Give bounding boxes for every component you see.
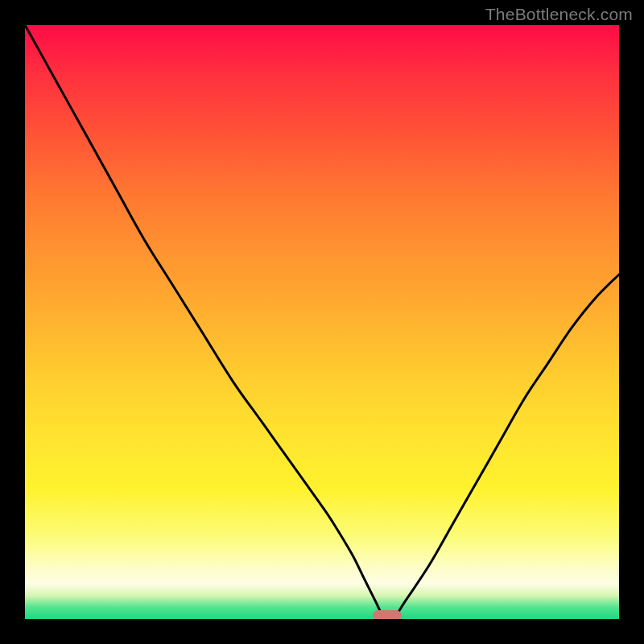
bottleneck-curve bbox=[25, 25, 619, 619]
optimal-marker bbox=[373, 610, 402, 619]
stage: TheBottleneck.com bbox=[0, 0, 644, 644]
plot-area bbox=[25, 25, 619, 619]
watermark-text: TheBottleneck.com bbox=[485, 5, 633, 24]
